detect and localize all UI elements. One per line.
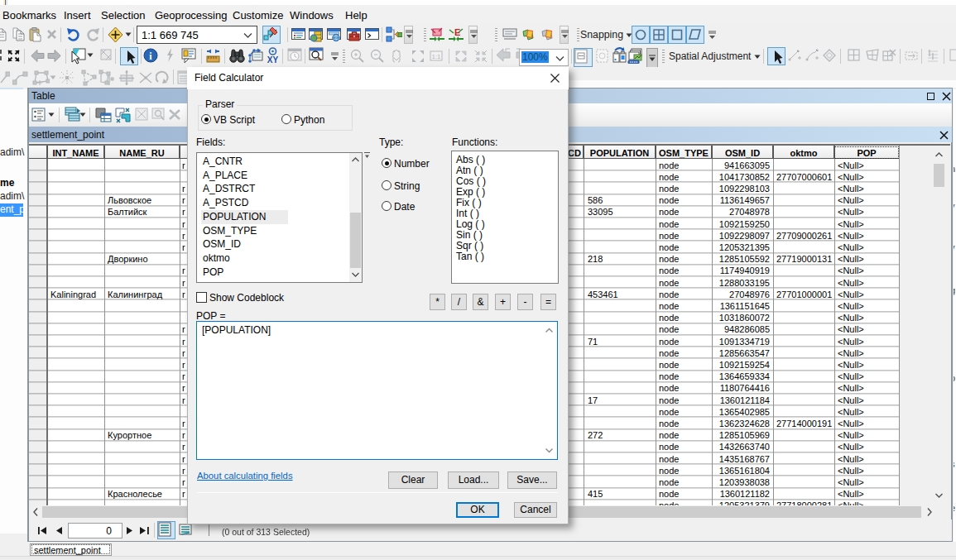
svg-text:1:1: 1:1: [431, 53, 441, 60]
svg-text:E: E: [454, 27, 460, 37]
svg-text:XY: XY: [267, 55, 279, 64]
